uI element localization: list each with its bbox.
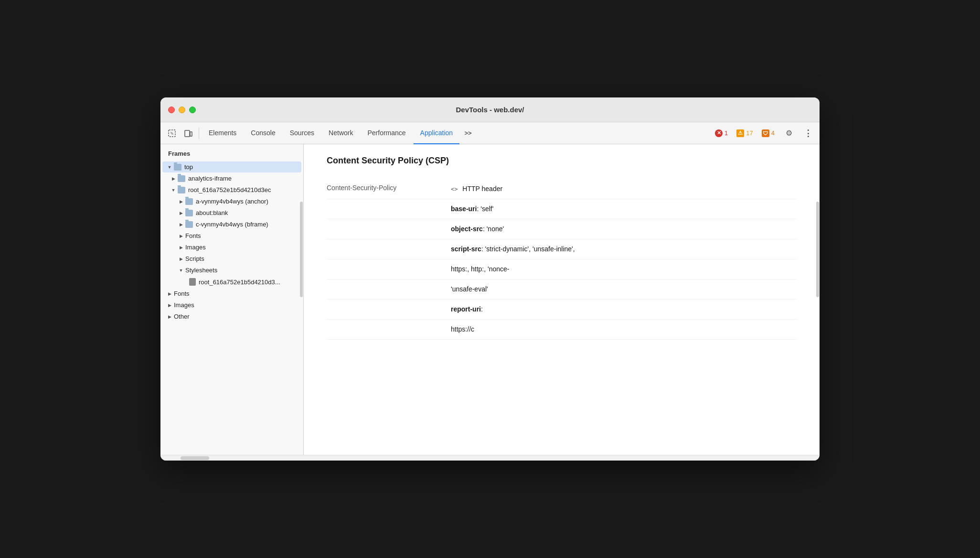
expand-arrow-root[interactable] <box>170 187 177 193</box>
expand-arrow-scripts-sub[interactable] <box>178 256 184 262</box>
tree-label-fonts-sub: Fonts <box>185 232 201 239</box>
tree-item-about-blank[interactable]: about:blank <box>162 207 301 218</box>
prop-name-object-src: object-src <box>451 225 483 233</box>
prop-value-unsafe-eval: 'unsafe-eval' <box>451 285 488 293</box>
traffic-lights <box>168 107 196 113</box>
tree-item-other[interactable]: Other <box>162 311 301 322</box>
csp-row-base-uri: base-uri: 'self' <box>327 199 797 219</box>
ellipsis-icon: ⋮ <box>804 128 812 139</box>
csp-row-script-src: script-src: 'strict-dynamic', 'unsafe-in… <box>327 239 797 259</box>
more-tabs-button[interactable]: >> <box>460 126 476 141</box>
inspect-element-button[interactable] <box>164 126 180 141</box>
tree-label-images: Images <box>174 301 194 309</box>
maximize-button[interactable] <box>189 107 196 113</box>
tree-label-cvynmy: c-vynmy4vb4wys (bframe) <box>196 221 268 228</box>
tree-item-c-vynmy[interactable]: c-vynmy4vb4wys (bframe) <box>162 219 301 230</box>
info-badge[interactable]: 🛡 4 <box>759 129 778 138</box>
prop-name-base-uri: base-uri <box>451 205 477 213</box>
folder-icon-root <box>178 187 185 193</box>
sidebar-scrollbar-thumb[interactable] <box>300 202 303 297</box>
expand-arrow-fonts[interactable] <box>166 290 173 297</box>
tree-item-stylesheets-sub[interactable]: Stylesheets <box>162 265 301 276</box>
expand-arrow-avynmy[interactable] <box>178 198 184 205</box>
expand-arrow-stylesheets-sub[interactable] <box>178 267 184 274</box>
prop-value-base-uri: : 'self' <box>477 205 493 213</box>
folder-icon-avynmy <box>185 198 193 205</box>
devtools-window: DevTools - web.dev/ Elements Console Sou… <box>160 97 820 461</box>
gear-icon: ⚙ <box>786 129 792 138</box>
sidebar-section-frames: Frames <box>160 144 303 161</box>
csp-title: Content Security Policy (CSP) <box>327 156 797 166</box>
tree-label-about: about:blank <box>196 209 228 216</box>
file-icon-stylesheet <box>189 278 196 286</box>
tab-elements[interactable]: Elements <box>202 122 243 144</box>
expand-arrow-images[interactable] <box>166 302 173 309</box>
tab-network[interactable]: Network <box>322 122 360 144</box>
folder-icon-analytics <box>178 175 185 182</box>
close-button[interactable] <box>168 107 175 113</box>
bottom-scrollbar-thumb[interactable] <box>181 456 209 460</box>
csp-row-unsafe-eval: 'unsafe-eval' <box>327 279 797 300</box>
tab-sources[interactable]: Sources <box>283 122 321 144</box>
svg-rect-2 <box>190 132 192 136</box>
csp-value-unsafe-eval: 'unsafe-eval' <box>451 284 488 294</box>
tree-label-scripts-sub: Scripts <box>185 255 204 262</box>
prop-value-object-src: : 'none' <box>483 225 504 233</box>
expand-arrow-cvynmy[interactable] <box>178 221 184 228</box>
expand-arrow-analytics[interactable] <box>170 175 177 182</box>
tree-label-stylesheets-sub: Stylesheets <box>185 267 217 274</box>
device-toggle-button[interactable] <box>181 126 196 141</box>
sidebar-scrollbar[interactable] <box>299 144 303 455</box>
csp-key-header: Content-Security-Policy <box>327 184 451 192</box>
tree-label-root: root_616a752e1b5d4210d3ec <box>188 186 271 193</box>
csp-value-https: https://c <box>451 324 474 334</box>
error-badge[interactable]: ✕ 1 <box>712 129 731 138</box>
csp-row-nonce: https:, http:, 'nonce- <box>327 259 797 279</box>
tree-item-fonts-sub[interactable]: Fonts <box>162 230 301 241</box>
toolbar-separator-1 <box>199 128 199 139</box>
tree-label-avynmy: a-vynmy4vb4wys (anchor) <box>196 198 268 205</box>
tree-label-images-sub: Images <box>185 244 206 251</box>
csp-value-report-uri: report-uri: <box>451 304 483 314</box>
csp-value-header: <> HTTP header <box>451 184 502 194</box>
folder-icon-top <box>174 164 181 171</box>
tree-item-images[interactable]: Images <box>162 300 301 311</box>
expand-arrow-fonts-sub[interactable] <box>178 233 184 239</box>
minimize-button[interactable] <box>179 107 185 113</box>
expand-arrow-about[interactable] <box>178 210 184 216</box>
csp-value-nonce: https:, http:, 'nonce- <box>451 264 510 274</box>
tree-item-stylesheet-file[interactable]: root_616a752e1b5d4210d3... <box>162 276 301 288</box>
tree-item-fonts[interactable]: Fonts <box>162 288 301 299</box>
bottom-scrollbar[interactable] <box>160 455 820 461</box>
toolbar-right: ✕ 1 ⚠ 17 🛡 4 ⚙ ⋮ <box>712 126 816 141</box>
content-scrollbar[interactable] <box>816 144 820 455</box>
tree-item-scripts-sub[interactable]: Scripts <box>162 253 301 264</box>
csp-value-object-src: object-src: 'none' <box>451 224 504 234</box>
info-icon: 🛡 <box>762 129 769 137</box>
expand-arrow-other[interactable] <box>166 313 173 320</box>
tree-item-top[interactable]: top <box>162 161 301 172</box>
tab-console[interactable]: Console <box>244 122 282 144</box>
csp-header-row: Content-Security-Policy <> HTTP header <box>327 179 797 199</box>
tree-item-images-sub[interactable]: Images <box>162 242 301 253</box>
content-scrollbar-thumb[interactable] <box>816 202 819 297</box>
prop-name-report-uri: report-uri <box>451 305 481 313</box>
csp-row-report-uri: report-uri: <box>327 300 797 320</box>
expand-arrow-images-sub[interactable] <box>178 244 184 251</box>
warning-badge[interactable]: ⚠ 17 <box>734 129 756 138</box>
window-title: DevTools - web.dev/ <box>456 106 524 114</box>
settings-button[interactable]: ⚙ <box>781 126 797 141</box>
prop-value-script-src: : 'strict-dynamic', 'unsafe-inline', <box>481 245 575 253</box>
prop-value-https: https://c <box>451 325 474 333</box>
tree-item-a-vynmy[interactable]: a-vynmy4vb4wys (anchor) <box>162 196 301 207</box>
csp-row-object-src: object-src: 'none' <box>327 219 797 239</box>
main-content: Frames top analytics-iframe root_616a752… <box>160 144 820 455</box>
more-options-button[interactable]: ⋮ <box>800 126 816 141</box>
tree-label-stylesheet-file: root_616a752e1b5d4210d3... <box>199 279 280 286</box>
tree-item-root-616a[interactable]: root_616a752e1b5d4210d3ec <box>162 184 301 195</box>
tab-performance[interactable]: Performance <box>361 122 412 144</box>
tab-application[interactable]: Application <box>414 122 460 144</box>
sidebar[interactable]: Frames top analytics-iframe root_616a752… <box>160 144 304 455</box>
tree-item-analytics-iframe[interactable]: analytics-iframe <box>162 173 301 184</box>
expand-arrow-top[interactable] <box>166 164 173 171</box>
